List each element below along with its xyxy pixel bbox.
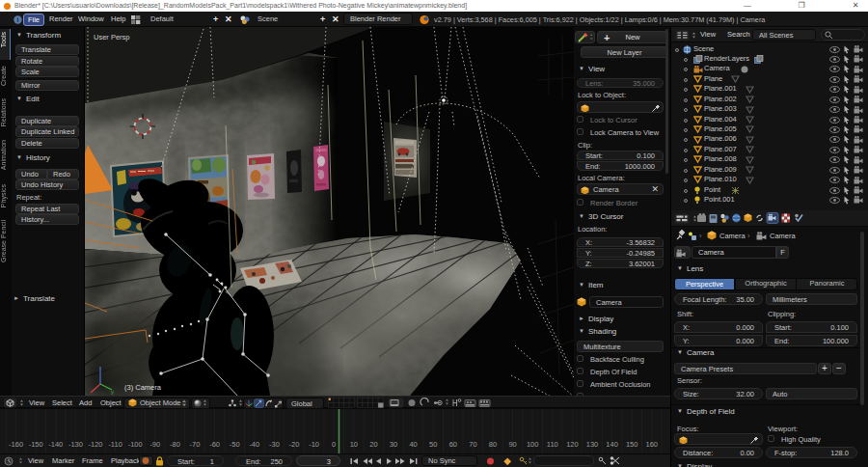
svg-text:-120: -120 xyxy=(88,440,102,449)
svg-text:-100: -100 xyxy=(128,440,143,449)
svg-text:-160: -160 xyxy=(9,440,23,449)
svg-text:20: 20 xyxy=(369,440,377,449)
svg-text:-70: -70 xyxy=(190,440,201,449)
svg-text:30: 30 xyxy=(390,440,397,449)
svg-text:130: 130 xyxy=(586,440,599,449)
svg-text:-50: -50 xyxy=(230,440,240,449)
svg-text:150: 150 xyxy=(626,440,638,449)
svg-text:0: 0 xyxy=(332,440,336,449)
svg-text:160: 160 xyxy=(646,440,659,449)
svg-text:-110: -110 xyxy=(108,440,122,449)
svg-text:-20: -20 xyxy=(289,440,300,449)
svg-text:120: 120 xyxy=(566,440,579,449)
svg-text:User Persp: User Persp xyxy=(94,33,130,41)
svg-text:-140: -140 xyxy=(48,440,63,449)
svg-text:-10: -10 xyxy=(309,440,319,449)
svg-text:-30: -30 xyxy=(269,440,280,449)
svg-text:140: 140 xyxy=(606,440,618,449)
svg-text:-90: -90 xyxy=(149,440,160,449)
svg-text:-150: -150 xyxy=(29,440,43,449)
svg-text:(3) Camera: (3) Camera xyxy=(124,383,162,392)
svg-text:y: y xyxy=(111,389,114,395)
svg-text:60: 60 xyxy=(449,440,457,449)
svg-text:100: 100 xyxy=(527,440,539,449)
svg-text:-40: -40 xyxy=(249,440,259,449)
svg-text:70: 70 xyxy=(469,440,476,449)
svg-text:110: 110 xyxy=(547,440,558,449)
svg-text:90: 90 xyxy=(508,440,516,449)
svg-text:-60: -60 xyxy=(209,440,220,449)
svg-text:50: 50 xyxy=(429,440,437,449)
svg-text:40: 40 xyxy=(409,440,417,449)
svg-text:80: 80 xyxy=(489,440,497,449)
svg-text:10: 10 xyxy=(350,440,358,449)
svg-text:-80: -80 xyxy=(170,440,180,449)
svg-text:-130: -130 xyxy=(68,440,83,449)
svg-text:i: i xyxy=(17,16,19,23)
